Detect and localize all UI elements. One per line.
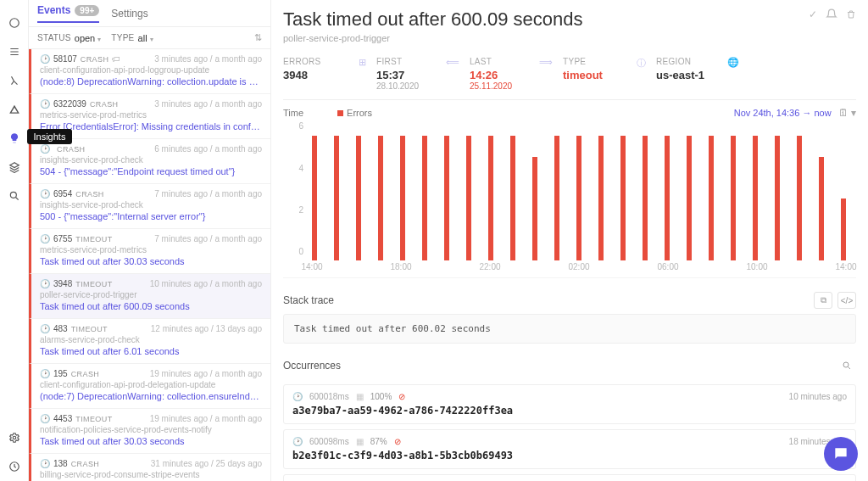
event-row[interactable]: 🕑138CRASH31 minutes ago / 25 days agobil… bbox=[29, 454, 270, 481]
rail-alert-icon[interactable] bbox=[7, 102, 22, 117]
clock-icon: 🕑 bbox=[40, 99, 50, 109]
chart-bar bbox=[312, 136, 317, 260]
event-message: 500 - {"message":"Internal server error"… bbox=[40, 211, 262, 221]
filter-type-value[interactable]: all▾ bbox=[138, 33, 153, 43]
chart-xtick: 02:00 bbox=[568, 262, 589, 271]
stack-copy-button[interactable]: ⧉ bbox=[814, 292, 832, 309]
errors-chart: 0246 14:0018:0022:0002:0006:0010:0014:00 bbox=[283, 126, 856, 278]
tab-events[interactable]: Events 99+ bbox=[37, 4, 99, 23]
event-list[interactable]: 🕑58107CRASH🏷3 minutes ago / a month agoc… bbox=[29, 49, 270, 481]
event-count: 195 bbox=[53, 369, 68, 378]
delete-icon[interactable] bbox=[846, 8, 856, 20]
event-message: Task timed out after 600.09 seconds bbox=[40, 301, 262, 311]
event-row[interactable]: 🕑483TIMEOUT12 minutes ago / 13 days agoa… bbox=[29, 319, 270, 364]
event-source: notification-policies-service-prod-event… bbox=[40, 425, 262, 434]
meta-first-sub: 28.10.2020 bbox=[376, 81, 470, 91]
clock-icon: 🕑 bbox=[292, 437, 303, 446]
occurrence-duration: 600018ms bbox=[309, 392, 349, 401]
rail-lambda-icon[interactable] bbox=[7, 73, 22, 88]
occurrence-percent: 87% bbox=[370, 437, 387, 446]
rail-settings-icon[interactable] bbox=[7, 430, 22, 445]
rail-search-icon[interactable] bbox=[7, 188, 22, 204]
event-time: 19 minutes ago / a month ago bbox=[150, 414, 262, 423]
rail-list-icon[interactable] bbox=[7, 44, 22, 59]
chart-calendar-button[interactable]: 🗓 ▾ bbox=[838, 107, 856, 119]
chart-ytick: 0 bbox=[298, 247, 303, 256]
chart-bar bbox=[819, 157, 824, 260]
meta-region-value: us-east-1 bbox=[656, 69, 749, 81]
chart-xtick: 14:00 bbox=[301, 262, 322, 271]
tab-settings[interactable]: Settings bbox=[111, 8, 147, 20]
sort-button[interactable]: ⇅ bbox=[254, 32, 262, 43]
resolve-icon[interactable]: ✓ bbox=[809, 8, 817, 20]
filter-status-label: STATUS bbox=[37, 33, 71, 42]
stack-code-button[interactable]: </> bbox=[837, 292, 856, 309]
rail-home-icon[interactable] bbox=[7, 15, 22, 31]
tab-events-label: Events bbox=[37, 4, 70, 16]
chart-bar bbox=[422, 136, 427, 260]
chart-xtick: 22:00 bbox=[479, 262, 500, 271]
event-type: TIMEOUT bbox=[71, 325, 108, 333]
occurrence-row[interactable]: 🕑600098ms▦87%⊘18 minutes agob2e3f01c-c3f… bbox=[283, 429, 856, 469]
chart-bar bbox=[532, 157, 537, 260]
event-count: 6954 bbox=[53, 189, 72, 199]
event-time: 19 minutes ago / a month ago bbox=[150, 369, 262, 378]
event-type: CRASH bbox=[71, 460, 100, 468]
intercom-chat-button[interactable] bbox=[824, 437, 858, 471]
rail-layers-icon[interactable] bbox=[7, 159, 22, 175]
svg-point-2 bbox=[13, 436, 16, 439]
event-source: insights-service-prod-check bbox=[40, 200, 262, 210]
occurrence-time: 10 minutes ago bbox=[789, 392, 847, 401]
occurrence-row[interactable]: 🕑600018ms▦100%⊘10 minutes agoa3e79ba7-aa… bbox=[283, 384, 856, 424]
event-count: 4453 bbox=[53, 414, 72, 423]
event-time: 12 minutes ago / 13 days ago bbox=[151, 324, 262, 333]
occurrences-search-button[interactable] bbox=[837, 357, 856, 374]
event-type: CRASH bbox=[75, 190, 104, 199]
occurrence-id: b2e3f01c-c3f9-4d03-a8b1-5b3cb0b69493 bbox=[292, 450, 847, 461]
event-row[interactable]: 🕑58107CRASH🏷3 minutes ago / a month agoc… bbox=[29, 49, 270, 94]
svg-point-1 bbox=[10, 192, 16, 198]
event-type: TIMEOUT bbox=[75, 415, 112, 423]
event-source: client-configuration-api-prod-loggroup-u… bbox=[40, 65, 262, 75]
chart-range-link[interactable]: Nov 24th, 14:36 → now bbox=[734, 108, 832, 118]
event-time: 10 minutes ago / a month ago bbox=[150, 279, 262, 288]
chart-xtick: 18:00 bbox=[390, 262, 411, 271]
filter-status-value[interactable]: open▾ bbox=[75, 33, 101, 43]
rail-insights-icon[interactable]: Insights bbox=[7, 131, 22, 146]
error-icon: ⊘ bbox=[394, 437, 401, 446]
event-row[interactable]: 🕑3948TIMEOUT10 minutes ago / a month ago… bbox=[29, 274, 270, 319]
page-subtitle: poller-service-prod-trigger bbox=[283, 33, 582, 43]
event-row[interactable]: 🕑6954CRASH7 minutes ago / a month agoins… bbox=[29, 184, 270, 229]
occurrence-percent: 100% bbox=[370, 392, 392, 401]
page-title: Task timed out after 600.09 seconds bbox=[283, 8, 582, 31]
clock-icon: 🕑 bbox=[40, 189, 50, 199]
event-message: Task timed out after 30.03 seconds bbox=[40, 436, 262, 446]
meta-last-sub: 25.11.2020 bbox=[470, 81, 563, 91]
chart-ytick: 6 bbox=[298, 121, 303, 131]
mute-icon[interactable] bbox=[826, 8, 837, 20]
occurrence-row[interactable]: 🕑600084ms▦88%⊘↻29 minutes agob2e3f01c-c3… bbox=[283, 474, 856, 481]
stack-heading: Stack trace bbox=[283, 294, 334, 306]
event-row[interactable]: 🕑4453TIMEOUT19 minutes ago / a month ago… bbox=[29, 409, 270, 454]
event-count: 6755 bbox=[53, 234, 72, 243]
event-type: TIMEOUT bbox=[75, 235, 112, 243]
chart-bar bbox=[510, 136, 515, 260]
chart-bar bbox=[665, 136, 670, 260]
chart-ytick: 4 bbox=[298, 163, 303, 172]
event-source: client-configuration-api-prod-delegation… bbox=[40, 380, 262, 389]
chart-bar bbox=[554, 136, 559, 260]
event-time: 3 minutes ago / a month ago bbox=[154, 54, 262, 64]
chart-bar bbox=[466, 136, 471, 260]
event-message: Task timed out after 6.01 seconds bbox=[40, 346, 262, 356]
event-row[interactable]: 🕑CRASH6 minutes ago / a month agoinsight… bbox=[29, 139, 270, 184]
event-type: CRASH bbox=[71, 370, 100, 378]
meta-region-icon: 🌐 bbox=[727, 57, 739, 68]
clock-icon: 🕑 bbox=[40, 279, 50, 288]
rail-schedule-icon[interactable] bbox=[7, 459, 22, 474]
event-row[interactable]: 🕑6755TIMEOUT7 minutes ago / a month agom… bbox=[29, 229, 270, 274]
event-row[interactable]: 🕑195CRASH19 minutes ago / a month agocli… bbox=[29, 364, 270, 409]
chart-legend-errors: Errors bbox=[337, 108, 372, 118]
event-source: billing-service-prod-consume-stripe-even… bbox=[40, 470, 262, 479]
clock-icon: 🕑 bbox=[40, 144, 50, 154]
clock-icon: 🕑 bbox=[40, 324, 50, 333]
